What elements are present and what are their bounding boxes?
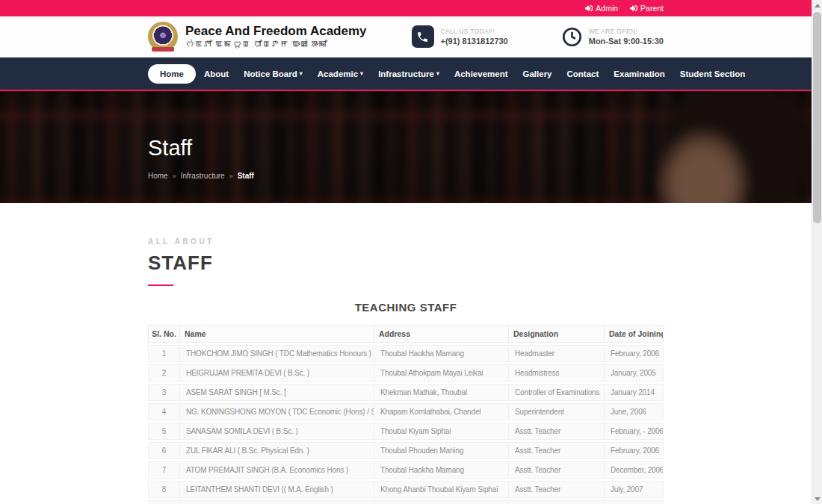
hours-value: Mon-Sat 9:00-15:30 bbox=[589, 37, 664, 46]
column-header-sl-no: Sl. No. bbox=[148, 325, 179, 343]
chevron-down-icon: ▾ bbox=[300, 71, 303, 77]
brand[interactable]: Peace And Freedom Academy ꯁꯥꯟꯇꯤ ꯑꯃꯁꯨꯡ ꯅꯤ… bbox=[148, 22, 367, 52]
nav-item-notice-board[interactable]: Notice Board▾ bbox=[237, 65, 309, 83]
teaching-staff-table: Sl. No.NameAddressDesignationDate of Joi… bbox=[148, 323, 664, 504]
page-banner: Staff Home»Infrastructure»Staff bbox=[0, 91, 812, 203]
table-row: 9NINGOMBAM GANGARANI DEVI ( B.Sc. )Thoub… bbox=[148, 500, 664, 504]
call-label: CALL US TODAY! bbox=[441, 28, 508, 35]
phone-icon bbox=[412, 25, 434, 48]
scrollbar-thumb[interactable] bbox=[813, 12, 821, 223]
table-row: 3ASEM SARAT SINGH [ M.Sc. ]Khekman Matha… bbox=[148, 384, 664, 401]
date-of-joining-cell: July, 2007 bbox=[604, 481, 664, 498]
nav-item-examination[interactable]: Examination bbox=[607, 65, 671, 83]
sign-in-icon bbox=[630, 4, 637, 12]
hours-label: WE ARE OPEN! bbox=[589, 28, 664, 35]
address-cell: Thoubal Haokha Maning bbox=[374, 500, 508, 504]
column-header-designation: Designation bbox=[508, 325, 604, 343]
designation-cell: Asstt. Teacher bbox=[508, 481, 604, 498]
nav-item-student-section[interactable]: Student Section bbox=[673, 65, 753, 83]
name-cell: NG. KONINGSHONG MOYON ( TDC Economic (Ho… bbox=[179, 403, 374, 420]
school-logo-icon bbox=[148, 22, 178, 52]
nav-item-contact[interactable]: Contact bbox=[560, 65, 606, 83]
name-cell: SANASAM SOMILA DEVI ( B.Sc. ) bbox=[179, 423, 374, 440]
address-cell: Thoubal Phouden Maning bbox=[374, 442, 508, 459]
breadcrumb: Home»Infrastructure»Staff bbox=[148, 172, 664, 180]
address-cell: Khekman Mathak, Thoubal bbox=[374, 384, 508, 401]
nav-item-about[interactable]: About bbox=[197, 65, 235, 83]
table-row: 5SANASAM SOMILA DEVI ( B.Sc. )Thoubal Ki… bbox=[148, 423, 664, 440]
nav-item-label: Student Section bbox=[680, 69, 746, 78]
main-content: ALL ABOUT STAFF TEACHING STAFF Sl. No.Na… bbox=[148, 203, 664, 504]
table-row: 7ATOM PREMAJIT SINGH (B.A. Economics Hon… bbox=[148, 461, 664, 479]
address-cell: Khong Ahanbi Thoubal Kiyam Siphai bbox=[374, 481, 508, 498]
name-cell: ZUL FIKAR ALI ( B.Sc. Physical Edn. ) bbox=[179, 442, 374, 459]
table-header-row: Sl. No.NameAddressDesignationDate of Joi… bbox=[148, 325, 664, 343]
designation-cell: Headmaster bbox=[508, 345, 604, 362]
designation-cell: Asstt. Teacher bbox=[508, 442, 604, 459]
title-underline bbox=[148, 284, 173, 286]
teaching-staff-heading: TEACHING STAFF bbox=[148, 301, 664, 314]
school-name-local-script: ꯁꯥꯟꯇꯤ ꯑꯃꯁꯨꯡ ꯅꯤꯡꯇꯝ ꯑꯦꯀꯥꯗꯦꯃꯤ bbox=[185, 39, 367, 49]
date-of-joining-cell: February, 2006 bbox=[604, 345, 664, 362]
serial-cell: 4 bbox=[148, 403, 179, 420]
nav-item-label: Contact bbox=[567, 69, 599, 78]
serial-cell: 8 bbox=[148, 481, 179, 498]
address-cell: Khapam Komlathabai, Chandel bbox=[374, 403, 508, 420]
nav-item-home[interactable]: Home bbox=[148, 64, 196, 84]
name-cell: THOKCHOM JIMO SINGH ( TDC Mathematics Ho… bbox=[179, 345, 374, 362]
scrollbar-down-arrow[interactable] bbox=[812, 494, 822, 504]
column-header-address: Address bbox=[374, 325, 508, 343]
chevron-down-icon: ▾ bbox=[360, 71, 363, 77]
nav-item-label: Infrastructure bbox=[378, 69, 434, 78]
breadcrumb-separator: » bbox=[173, 172, 176, 180]
address-cell: Thoubal Athokpam Mayai Leikai bbox=[374, 364, 508, 382]
name-cell: NINGOMBAM GANGARANI DEVI ( B.Sc. ) bbox=[179, 500, 374, 504]
name-cell: HEIGRUJAM PREMITA DEVI ( B.Sc. ) bbox=[179, 364, 374, 382]
serial-cell: 9 bbox=[148, 500, 179, 504]
nav-item-label: Notice Board bbox=[244, 69, 297, 78]
designation-cell: Controller of Examinations bbox=[508, 384, 604, 401]
breadcrumb-item-infrastructure[interactable]: Infrastructure bbox=[181, 172, 225, 180]
serial-cell: 5 bbox=[148, 423, 179, 440]
date-of-joining-cell: February, - 2006 bbox=[604, 423, 664, 440]
table-row: 2HEIGRUJAM PREMITA DEVI ( B.Sc. )Thoubal… bbox=[148, 364, 664, 382]
hours-contact: WE ARE OPEN! Mon-Sat 9:00-15:30 bbox=[562, 25, 664, 48]
parent-login-label: Parent bbox=[640, 4, 664, 13]
address-cell: Thoubal Kiyam Siphai bbox=[374, 423, 508, 440]
nav-item-label: About bbox=[204, 69, 229, 78]
section-title: STAFF bbox=[148, 252, 664, 275]
topbar: Admin Parent bbox=[0, 0, 812, 16]
site-header: Peace And Freedom Academy ꯁꯥꯟꯇꯤ ꯑꯃꯁꯨꯡ ꯅꯤ… bbox=[0, 16, 812, 57]
table-row: 1THOKCHOM JIMO SINGH ( TDC Mathematics H… bbox=[148, 345, 664, 362]
nav-item-label: Academic bbox=[318, 69, 358, 78]
table-row: 6ZUL FIKAR ALI ( B.Sc. Physical Edn. )Th… bbox=[148, 442, 664, 459]
breadcrumb-item-home[interactable]: Home bbox=[148, 172, 168, 180]
column-header-name: Name bbox=[179, 325, 374, 343]
nav-item-label: Gallery bbox=[523, 69, 552, 78]
logo-ribbon bbox=[152, 47, 174, 52]
nav-item-gallery[interactable]: Gallery bbox=[516, 65, 559, 83]
nav-item-achievement[interactable]: Achievement bbox=[448, 65, 515, 83]
nav-item-academic[interactable]: Academic▾ bbox=[311, 65, 370, 83]
section-kicker: ALL ABOUT bbox=[148, 237, 664, 246]
admin-login-link[interactable]: Admin bbox=[585, 4, 618, 13]
name-cell: ATOM PREMAJIT SINGH (B.A. Economics Hons… bbox=[179, 461, 374, 479]
table-row: 4NG. KONINGSHONG MOYON ( TDC Economic (H… bbox=[148, 403, 664, 420]
breadcrumb-separator: » bbox=[229, 172, 233, 180]
call-contact: CALL US TODAY! +(91) 8131812730 bbox=[412, 25, 508, 48]
page-title: Staff bbox=[148, 136, 664, 161]
scrollbar-up-arrow[interactable] bbox=[812, 0, 822, 10]
browser-scrollbar[interactable] bbox=[812, 0, 822, 504]
chevron-down-icon: ▾ bbox=[436, 71, 439, 77]
serial-cell: 7 bbox=[148, 461, 179, 479]
designation-cell: Superintendent bbox=[508, 403, 604, 420]
parent-login-link[interactable]: Parent bbox=[630, 4, 664, 13]
breadcrumb-item-staff: Staff bbox=[238, 172, 254, 180]
school-name: Peace And Freedom Academy bbox=[185, 24, 367, 39]
column-header-date-of-joining: Date of Joining bbox=[604, 325, 664, 343]
designation-cell: Asstt. Teacher bbox=[508, 423, 604, 440]
main-nav: HomeAboutNotice Board▾Academic▾Infrastru… bbox=[0, 57, 812, 91]
serial-cell: 6 bbox=[148, 442, 179, 459]
nav-item-infrastructure[interactable]: Infrastructure▾ bbox=[371, 65, 446, 83]
date-of-joining-cell: January, 2005 bbox=[604, 364, 664, 382]
